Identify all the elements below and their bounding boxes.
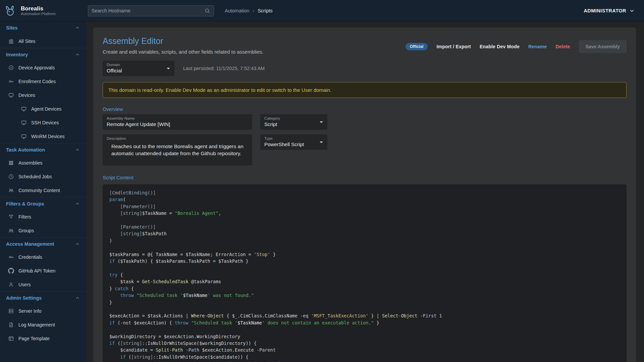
code-line (109, 306, 620, 312)
sidebar-section-task-automation[interactable]: Task Automation (0, 143, 87, 156)
sidebar-item-scheduled-jobs[interactable]: Scheduled Jobs (0, 170, 87, 183)
domain-select-label: Domain (107, 63, 170, 67)
chevron-up-icon (74, 241, 80, 247)
sidebar-item-enrollment-codes[interactable]: Enrollment Codes (0, 74, 87, 88)
brand-subtitle: Automation Platform (21, 12, 56, 16)
sidebar-item-users[interactable]: Users (0, 278, 87, 291)
sidebar-item-page-template[interactable]: Page Template (0, 331, 87, 345)
code-line: ) (109, 237, 620, 244)
sidebar-item-github-api-token[interactable]: GitHub API Token (0, 264, 87, 278)
assembly-name-input[interactable] (107, 121, 248, 127)
delete-button[interactable]: Delete (556, 44, 570, 49)
code-line: try { (109, 272, 620, 278)
domain-row: Domain Official Last persisted: 11/1/202… (103, 61, 627, 76)
sidebar-item-filters[interactable]: Filters (0, 210, 87, 224)
section-label: Task Automation (6, 147, 45, 153)
code-line: $task = Get-ScheduledTask @taskParams (109, 278, 620, 285)
sidebar-item-credentials[interactable]: Credentials (0, 250, 87, 264)
sidebar-item-groups[interactable]: Groups (0, 224, 87, 237)
grid-icon (8, 160, 14, 166)
sidebar-item-all-sites[interactable]: All Sites (0, 34, 87, 48)
section-label: Sites (6, 25, 18, 31)
import-export-button[interactable]: Import / Export (436, 44, 471, 49)
key-icon (8, 78, 14, 84)
assembly-name-field[interactable]: Assembly Name (103, 114, 252, 130)
sidebar-item-winrm-devices[interactable]: WinRM Devices (0, 129, 87, 143)
script-content-editor[interactable]: [CmdletBinding()]param( [Parameter()] [s… (103, 184, 627, 362)
people-icon (8, 228, 14, 234)
breadcrumb: Automation › Scripts (225, 8, 273, 13)
dropdown-caret-icon (320, 141, 323, 143)
sidebar-section-access-management[interactable]: Access Management (0, 237, 87, 250)
template-icon (8, 336, 14, 342)
domain-select-value: Official (107, 68, 170, 73)
code-line: if ([string]::IsNullOrWhiteSpace($workin… (109, 340, 620, 347)
chevron-up-icon (74, 295, 80, 301)
search-input[interactable] (92, 8, 204, 13)
breadcrumb-separator-icon: › (253, 8, 254, 13)
page-subtitle: Create and edit variables, scripts, and … (103, 49, 263, 55)
code-line (109, 244, 620, 251)
sidebar-section-sites[interactable]: Sites (0, 21, 87, 34)
sidebar-section-admin-settings[interactable]: Admin Settings (0, 291, 87, 304)
code-line: if (-not $execAction) { throw "Scheduled… (109, 319, 620, 326)
type-select-label: Type (264, 136, 323, 140)
monitor-icon (21, 106, 27, 112)
sidebar-item-community-content[interactable]: Community Content (0, 183, 87, 197)
brand-name: Borealis (21, 5, 56, 12)
section-label: Admin Settings (6, 295, 42, 301)
search-icon (204, 8, 210, 14)
overview-section-label: Overview (103, 107, 627, 112)
sidebar-item-agent-devices[interactable]: Agent Devices (0, 102, 87, 116)
sidebar-item-log-management[interactable]: Log Management (0, 318, 87, 331)
key-icon (8, 254, 14, 260)
breadcrumb-automation[interactable]: Automation (225, 8, 249, 13)
main-content: Assembly Editor Create and edit variable… (87, 21, 644, 362)
enable-dev-mode-button[interactable]: Enable Dev Mode (480, 44, 520, 49)
breadcrumb-scripts[interactable]: Scripts (258, 8, 272, 13)
assembly-editor-card: Assembly Editor Create and edit variable… (93, 27, 636, 362)
filter-icon (8, 214, 14, 220)
code-line: [CmdletBinding()] (109, 189, 620, 196)
borealis-logo-icon (3, 4, 17, 18)
category-select[interactable]: Category Script (260, 114, 327, 130)
clock-icon (8, 174, 14, 180)
description-label: Description (107, 136, 246, 140)
brand: Borealis Automation Platform (0, 4, 87, 18)
save-assembly-button[interactable]: Save Assembly (579, 40, 627, 53)
section-label: Filters & Groups (6, 201, 44, 206)
sidebar-section-inventory[interactable]: Inventory (0, 48, 87, 61)
code-line: throw "Unable to determine working direc… (109, 360, 620, 362)
code-line (109, 326, 620, 333)
people-icon (8, 187, 14, 193)
sidebar-item-assemblies[interactable]: Assemblies (0, 156, 87, 170)
code-line: $workingDirectory = $execAction.WorkingD… (109, 333, 620, 340)
code-line: $candidate = Split-Path -Path $execActio… (109, 347, 620, 353)
code-line: [string]$TaskName = "Borealis Agent", (109, 210, 620, 217)
sidebar-item-server-info[interactable]: Server Info (0, 304, 87, 318)
type-select[interactable]: Type PowerShell Script (260, 134, 327, 150)
category-select-value: Script (264, 121, 323, 127)
server-icon (8, 308, 14, 314)
editor-actions: Official Import / Export Enable Dev Mode… (406, 40, 627, 53)
section-label: Inventory (6, 52, 28, 57)
user-menu[interactable]: ADMINISTRATOR (584, 7, 635, 14)
code-line: [Parameter()] (109, 203, 620, 210)
description-field[interactable]: Description Reaches out to the remote Bo… (103, 134, 252, 166)
dropdown-caret-icon (320, 121, 323, 123)
rename-button[interactable]: Rename (528, 44, 547, 49)
chevron-up-icon (74, 147, 80, 153)
sidebar-item-devices[interactable]: Devices (0, 88, 87, 102)
domain-badge: Official (406, 43, 428, 50)
code-line: $execAction = $task.Actions | Where-Obje… (109, 312, 620, 319)
code-line: param( (109, 196, 620, 203)
search-box[interactable] (88, 5, 214, 16)
dropdown-caret-icon (167, 68, 170, 69)
chevron-down-icon (629, 7, 635, 14)
sidebar-section-filters-groups[interactable]: Filters & Groups (0, 197, 87, 210)
sidebar-item-device-approvals[interactable]: Device Approvals (0, 61, 87, 74)
monitor-icon (21, 120, 27, 126)
monitor-icon (8, 92, 14, 98)
domain-select[interactable]: Domain Official (103, 61, 174, 76)
sidebar-item-ssh-devices[interactable]: SSH Devices (0, 116, 87, 129)
